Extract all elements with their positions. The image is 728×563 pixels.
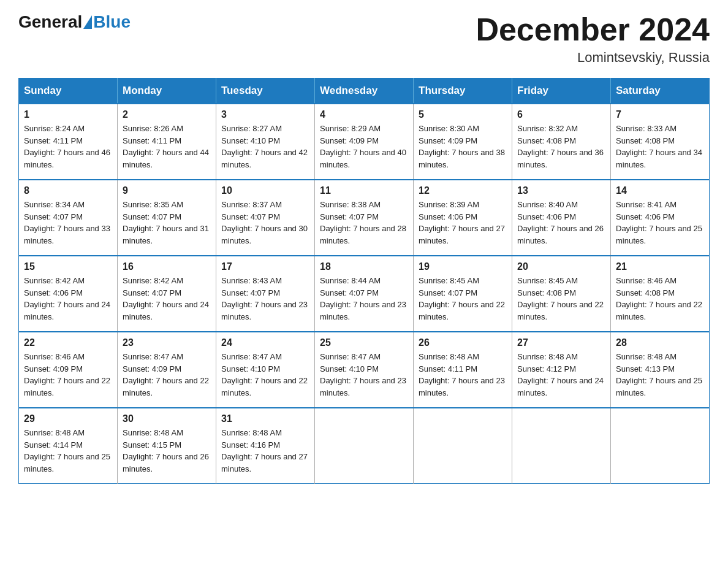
day-info: Sunrise: 8:32 AMSunset: 4:08 PMDaylight:… — [517, 123, 605, 170]
day-number: 7 — [616, 109, 704, 120]
calendar-cell: 17 Sunrise: 8:43 AMSunset: 4:07 PMDaylig… — [216, 256, 315, 332]
day-number: 24 — [221, 337, 309, 348]
calendar-cell: 18 Sunrise: 8:44 AMSunset: 4:07 PMDaylig… — [315, 256, 414, 332]
day-number: 14 — [616, 185, 704, 196]
day-info: Sunrise: 8:48 AMSunset: 4:12 PMDaylight:… — [517, 351, 605, 399]
calendar-cell — [414, 408, 512, 484]
day-number: 21 — [616, 261, 704, 272]
calendar-cell: 16 Sunrise: 8:42 AMSunset: 4:07 PMDaylig… — [118, 256, 216, 332]
day-info: Sunrise: 8:48 AMSunset: 4:11 PMDaylight:… — [419, 351, 507, 399]
day-number: 13 — [517, 185, 605, 196]
calendar-cell: 12 Sunrise: 8:39 AMSunset: 4:06 PMDaylig… — [414, 180, 512, 256]
calendar-cell: 15 Sunrise: 8:42 AMSunset: 4:06 PMDaylig… — [19, 256, 118, 332]
calendar-cell: 26 Sunrise: 8:48 AMSunset: 4:11 PMDaylig… — [414, 332, 512, 408]
calendar-cell: 27 Sunrise: 8:48 AMSunset: 4:12 PMDaylig… — [512, 332, 611, 408]
day-number: 17 — [221, 261, 309, 272]
month-title: December 2024 — [476, 12, 710, 47]
calendar-table: Sunday Monday Tuesday Wednesday Thursday… — [18, 78, 710, 484]
day-number: 23 — [123, 337, 211, 348]
calendar-cell: 13 Sunrise: 8:40 AMSunset: 4:06 PMDaylig… — [512, 180, 611, 256]
day-info: Sunrise: 8:35 AMSunset: 4:07 PMDaylight:… — [123, 199, 211, 247]
calendar-cell: 9 Sunrise: 8:35 AMSunset: 4:07 PMDayligh… — [118, 180, 216, 256]
calendar-cell: 22 Sunrise: 8:46 AMSunset: 4:09 PMDaylig… — [19, 332, 118, 408]
calendar-cell: 25 Sunrise: 8:47 AMSunset: 4:10 PMDaylig… — [315, 332, 414, 408]
day-info: Sunrise: 8:37 AMSunset: 4:07 PMDaylight:… — [221, 199, 309, 247]
day-info: Sunrise: 8:29 AMSunset: 4:09 PMDaylight:… — [320, 123, 408, 170]
day-info: Sunrise: 8:47 AMSunset: 4:10 PMDaylight:… — [320, 351, 408, 399]
day-number: 5 — [419, 109, 507, 120]
calendar-cell: 23 Sunrise: 8:47 AMSunset: 4:09 PMDaylig… — [118, 332, 216, 408]
day-info: Sunrise: 8:45 AMSunset: 4:08 PMDaylight:… — [517, 275, 605, 323]
calendar-cell: 5 Sunrise: 8:30 AMSunset: 4:09 PMDayligh… — [414, 104, 512, 180]
logo-blue-text: Blue — [93, 12, 131, 32]
day-number: 12 — [419, 185, 507, 196]
page-header: General Blue December 2024 Lomintsevskiy… — [18, 12, 710, 66]
calendar-cell — [315, 408, 414, 484]
calendar-cell: 10 Sunrise: 8:37 AMSunset: 4:07 PMDaylig… — [216, 180, 315, 256]
day-info: Sunrise: 8:48 AMSunset: 4:13 PMDaylight:… — [616, 351, 704, 399]
calendar-cell: 7 Sunrise: 8:33 AMSunset: 4:08 PMDayligh… — [611, 104, 710, 180]
week-row-4: 22 Sunrise: 8:46 AMSunset: 4:09 PMDaylig… — [19, 332, 710, 408]
day-number: 27 — [517, 337, 605, 348]
day-number: 31 — [221, 413, 309, 424]
day-info: Sunrise: 8:38 AMSunset: 4:07 PMDaylight:… — [320, 199, 408, 247]
calendar-cell: 20 Sunrise: 8:45 AMSunset: 4:08 PMDaylig… — [512, 256, 611, 332]
col-saturday: Saturday — [611, 79, 710, 104]
calendar-cell: 30 Sunrise: 8:48 AMSunset: 4:15 PMDaylig… — [118, 408, 216, 484]
day-number: 6 — [517, 109, 605, 120]
day-number: 4 — [320, 109, 408, 120]
day-info: Sunrise: 8:26 AMSunset: 4:11 PMDaylight:… — [123, 123, 211, 170]
col-sunday: Sunday — [19, 79, 118, 104]
week-row-2: 8 Sunrise: 8:34 AMSunset: 4:07 PMDayligh… — [19, 180, 710, 256]
day-info: Sunrise: 8:24 AMSunset: 4:11 PMDaylight:… — [24, 123, 112, 170]
day-info: Sunrise: 8:48 AMSunset: 4:14 PMDaylight:… — [24, 427, 112, 475]
logo-general-text: General — [18, 12, 82, 32]
calendar-cell: 1 Sunrise: 8:24 AMSunset: 4:11 PMDayligh… — [19, 104, 118, 180]
col-monday: Monday — [118, 79, 216, 104]
day-info: Sunrise: 8:30 AMSunset: 4:09 PMDaylight:… — [419, 123, 507, 170]
day-info: Sunrise: 8:46 AMSunset: 4:08 PMDaylight:… — [616, 275, 704, 323]
calendar-header-row: Sunday Monday Tuesday Wednesday Thursday… — [19, 79, 710, 104]
day-number: 20 — [517, 261, 605, 272]
col-friday: Friday — [512, 79, 611, 104]
location-subtitle: Lomintsevskiy, Russia — [476, 50, 710, 66]
calendar-cell: 21 Sunrise: 8:46 AMSunset: 4:08 PMDaylig… — [611, 256, 710, 332]
calendar-cell: 29 Sunrise: 8:48 AMSunset: 4:14 PMDaylig… — [19, 408, 118, 484]
col-tuesday: Tuesday — [216, 79, 315, 104]
calendar-cell: 11 Sunrise: 8:38 AMSunset: 4:07 PMDaylig… — [315, 180, 414, 256]
day-info: Sunrise: 8:42 AMSunset: 4:06 PMDaylight:… — [24, 275, 112, 323]
day-info: Sunrise: 8:43 AMSunset: 4:07 PMDaylight:… — [221, 275, 309, 323]
day-number: 2 — [123, 109, 211, 120]
day-number: 30 — [123, 413, 211, 424]
day-number: 22 — [24, 337, 112, 348]
day-number: 28 — [616, 337, 704, 348]
col-thursday: Thursday — [414, 79, 512, 104]
calendar-cell: 28 Sunrise: 8:48 AMSunset: 4:13 PMDaylig… — [611, 332, 710, 408]
day-number: 16 — [123, 261, 211, 272]
calendar-cell: 24 Sunrise: 8:47 AMSunset: 4:10 PMDaylig… — [216, 332, 315, 408]
day-number: 26 — [419, 337, 507, 348]
calendar-cell — [512, 408, 611, 484]
day-number: 19 — [419, 261, 507, 272]
day-number: 29 — [24, 413, 112, 424]
day-info: Sunrise: 8:45 AMSunset: 4:07 PMDaylight:… — [419, 275, 507, 323]
week-row-3: 15 Sunrise: 8:42 AMSunset: 4:06 PMDaylig… — [19, 256, 710, 332]
day-info: Sunrise: 8:48 AMSunset: 4:15 PMDaylight:… — [123, 427, 211, 475]
day-number: 25 — [320, 337, 408, 348]
day-info: Sunrise: 8:47 AMSunset: 4:09 PMDaylight:… — [123, 351, 211, 399]
day-info: Sunrise: 8:34 AMSunset: 4:07 PMDaylight:… — [24, 199, 112, 247]
col-wednesday: Wednesday — [315, 79, 414, 104]
logo: General Blue — [18, 12, 131, 32]
logo-triangle-icon — [83, 15, 92, 29]
calendar-cell: 31 Sunrise: 8:48 AMSunset: 4:16 PMDaylig… — [216, 408, 315, 484]
day-info: Sunrise: 8:27 AMSunset: 4:10 PMDaylight:… — [221, 123, 309, 170]
day-info: Sunrise: 8:39 AMSunset: 4:06 PMDaylight:… — [419, 199, 507, 247]
day-number: 11 — [320, 185, 408, 196]
day-number: 9 — [123, 185, 211, 196]
week-row-1: 1 Sunrise: 8:24 AMSunset: 4:11 PMDayligh… — [19, 104, 710, 180]
day-info: Sunrise: 8:47 AMSunset: 4:10 PMDaylight:… — [221, 351, 309, 399]
day-info: Sunrise: 8:44 AMSunset: 4:07 PMDaylight:… — [320, 275, 408, 323]
calendar-cell — [611, 408, 710, 484]
day-number: 3 — [221, 109, 309, 120]
calendar-cell: 14 Sunrise: 8:41 AMSunset: 4:06 PMDaylig… — [611, 180, 710, 256]
